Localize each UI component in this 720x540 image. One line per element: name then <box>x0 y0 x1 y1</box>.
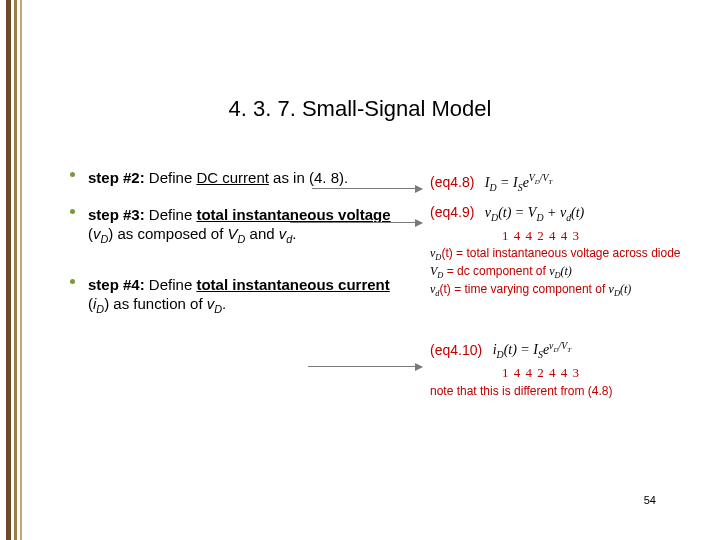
var-sub: D <box>214 303 222 315</box>
bullet-text: ) as function of <box>104 295 207 312</box>
bullet-text: Define <box>145 169 197 186</box>
bullet-dot-icon <box>70 279 75 284</box>
underbrace: 1 4 4 2 4 4 3 <box>430 365 710 381</box>
equation-4-9: (eq4.9) vD(t) = VD + vd(t) 1 4 4 2 4 4 3… <box>430 204 710 300</box>
equations-block: (eq4.8) ID = ISeVD/VT (eq4.9) vD(t) = VD… <box>430 172 710 409</box>
eq-math: iD(t) = ISevD/VT <box>493 342 571 357</box>
bullet-underline: total instantaneous voltage <box>196 206 390 223</box>
bullet-underline: total instantaneous current <box>196 276 389 293</box>
decor-stroke-2 <box>14 0 17 540</box>
slide: 4. 3. 7. Small-Signal Model step #2: Def… <box>0 0 720 540</box>
bullet-step-2: step #2: Define DC current as in (4. 8). <box>88 168 398 187</box>
bullet-dot-icon <box>70 209 75 214</box>
eq-label: (eq4.9) <box>430 204 474 220</box>
decor-stroke-3 <box>20 0 22 540</box>
var: v <box>93 225 101 242</box>
bullet-text: and <box>245 225 278 242</box>
arrow-icon <box>312 188 422 189</box>
bullet-text: . <box>292 225 296 242</box>
equation-4-8: (eq4.8) ID = ISeVD/VT <box>430 172 710 194</box>
eq-math: ID = ISeVD/VT <box>485 175 553 190</box>
eq-label: (eq4.8) <box>430 174 474 190</box>
bullet-text: as in (4. 8). <box>269 169 348 186</box>
bullet-step-3: step #3: Define total instantaneous volt… <box>88 205 398 247</box>
decor-stroke-1 <box>6 0 11 540</box>
equation-4-10: (eq4.10) iD(t) = ISevD/VT 1 4 4 2 4 4 3 … <box>430 340 710 399</box>
bullet-dot-icon <box>70 172 75 177</box>
bullet-text: Define <box>145 206 197 223</box>
bullet-lead: step #2: <box>88 169 145 186</box>
bullet-text: ) as composed of <box>108 225 227 242</box>
eq-math: vD(t) = VD + vd(t) <box>485 205 584 220</box>
arrow-icon <box>290 222 422 223</box>
eq-note: note that this is different from (4.8) <box>430 384 710 399</box>
eq-note: vD(t) = total instantaneous voltage acro… <box>430 246 710 300</box>
bullet-text: Define <box>145 276 197 293</box>
var-sub: D <box>96 303 104 315</box>
bullet-list: step #2: Define DC current as in (4. 8).… <box>88 168 398 335</box>
var: V <box>228 225 238 242</box>
bullet-underline: DC current <box>196 169 269 186</box>
bullet-lead: step #3: <box>88 206 145 223</box>
eq-label: (eq4.10) <box>430 341 482 357</box>
bullet-lead: step #4: <box>88 276 145 293</box>
slide-title: 4. 3. 7. Small-Signal Model <box>0 96 720 122</box>
page-number: 54 <box>644 494 656 506</box>
underbrace: 1 4 4 2 4 4 3 <box>430 228 710 244</box>
bullet-text: . <box>222 295 226 312</box>
arrow-icon <box>308 366 422 367</box>
bullet-step-4: step #4: Define total instantaneous curr… <box>88 275 398 317</box>
